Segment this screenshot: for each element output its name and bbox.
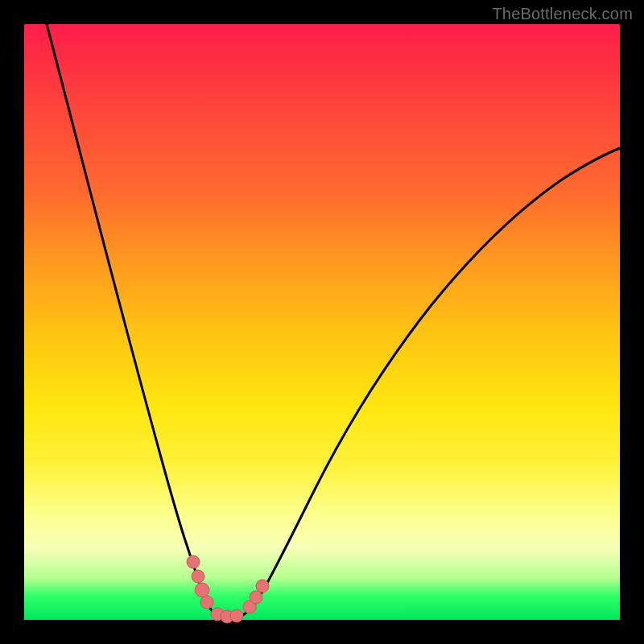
chart-frame: TheBottleneck.com xyxy=(0,0,644,644)
chart-svg xyxy=(24,24,620,620)
marker-dot xyxy=(256,580,269,592)
marker-dot xyxy=(250,591,262,604)
plot-area xyxy=(24,24,620,620)
marker-group xyxy=(187,555,269,623)
marker-dot xyxy=(187,555,200,568)
marker-dot xyxy=(195,583,209,597)
watermark-text: TheBottleneck.com xyxy=(492,5,633,23)
marker-dot xyxy=(192,570,204,583)
marker-dot xyxy=(230,609,243,622)
marker-dot xyxy=(200,596,213,609)
bottleneck-curve xyxy=(47,24,620,619)
